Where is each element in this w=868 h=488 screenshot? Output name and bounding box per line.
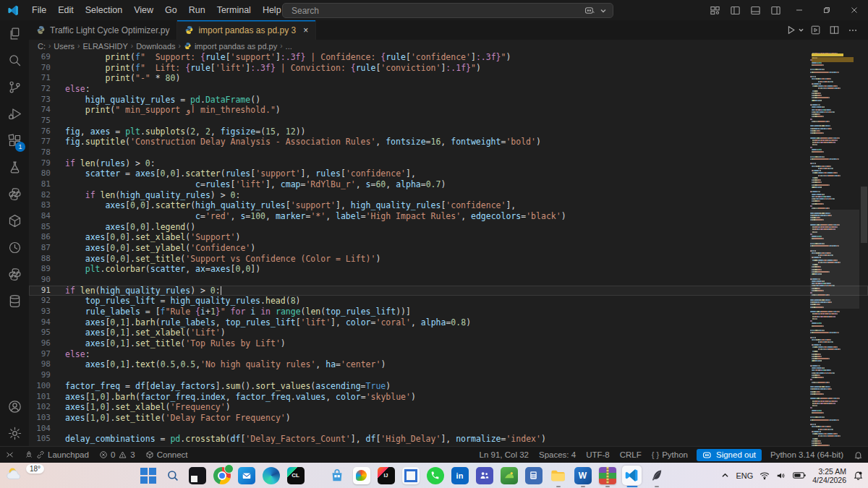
clion-icon[interactable]: CL	[286, 466, 305, 485]
menu-terminal[interactable]: Terminal	[211, 0, 257, 20]
search-icon[interactable]	[0, 47, 29, 74]
settings-gear-icon[interactable]	[0, 420, 29, 447]
toggle-panel-icon[interactable]	[745, 0, 765, 20]
code-line-87[interactable]: 87 axes[0,0].set_ylabel('Confidence')	[29, 243, 868, 254]
python-env-icon[interactable]	[0, 261, 29, 288]
intellij-icon[interactable]: IJ	[376, 466, 396, 485]
copilot-signed-out-badge[interactable]: Signed out	[697, 449, 762, 461]
tray-chevron-up-icon[interactable]	[721, 472, 729, 479]
code-line-82[interactable]: 82 if len(high_quality_rules) > 0:	[29, 190, 868, 201]
whatsapp-icon[interactable]	[425, 466, 445, 485]
remote-indicator[interactable]	[0, 447, 20, 463]
quill-app-icon[interactable]	[647, 466, 666, 485]
breadcrumb-item[interactable]: ...	[286, 42, 292, 51]
winrar-icon[interactable]	[597, 466, 617, 485]
weather-widget[interactable]: 18°	[6, 465, 44, 482]
run-interactive-icon[interactable]	[807, 22, 823, 38]
code-line-95[interactable]: 95 axes[0,1].set_xlabel('Lift')	[29, 328, 868, 338]
code-line-94[interactable]: 94 axes[0,1].barh(rule_labels, top_rules…	[29, 317, 868, 328]
task-view-dark-app-icon[interactable]	[187, 466, 207, 485]
code-line-84[interactable]: 84 c='red', s=100, marker='*', label='Hi…	[29, 211, 868, 222]
run-debug-icon[interactable]	[0, 100, 29, 127]
file-explorer-icon[interactable]	[548, 466, 568, 485]
python-interpreter[interactable]: Python 3.14 (64-bit)	[765, 447, 848, 463]
calculator-icon[interactable]	[524, 466, 543, 485]
code-line-79[interactable]: 79if len(rules) > 0:	[29, 158, 868, 169]
minimize-button[interactable]	[786, 0, 813, 20]
explorer-icon[interactable]	[0, 20, 29, 47]
code-line-72[interactable]: 72else:	[29, 84, 868, 95]
code-line-85[interactable]: 85 axes[0,0].legend()	[29, 222, 868, 233]
code-line-101[interactable]: 101axes[1,0].barh(factor_freq.index, fac…	[29, 392, 868, 403]
tab-traffic-light-optimizer[interactable]: Traffic Light Cycle Optimizer.py	[29, 20, 177, 40]
edge-icon[interactable]	[261, 466, 281, 485]
database-icon[interactable]	[0, 288, 29, 314]
teams-icon[interactable]	[475, 466, 494, 485]
restore-button[interactable]	[813, 0, 841, 20]
more-actions-icon[interactable]	[845, 22, 861, 38]
code-line-78[interactable]: 78	[29, 147, 868, 158]
code-line-83[interactable]: 83 axes[0,0].scatter(high_quality_rules[…	[29, 200, 868, 211]
cursor-position[interactable]: Ln 91, Col 32	[475, 447, 534, 463]
source-control-icon[interactable]	[0, 74, 29, 100]
chevron-down-icon[interactable]	[600, 8, 607, 14]
tab-close-icon[interactable]: ×	[303, 25, 308, 35]
code-line-98[interactable]: 98 axes[0,1].text(0.5,0.5,'No high quali…	[29, 359, 868, 370]
code-line-70[interactable]: 70 print(f" Lift: {rule['lift']:.3f} | C…	[29, 63, 868, 74]
code-line-90[interactable]: 90	[29, 275, 868, 286]
breadcrumb-item[interactable]: Users	[54, 42, 75, 51]
outlook-icon[interactable]	[237, 466, 256, 485]
code-line-104[interactable]: 104	[29, 424, 868, 435]
breadcrumb-item[interactable]: Downloads	[136, 42, 175, 51]
menu-go[interactable]: Go	[159, 0, 183, 20]
indentation-setting[interactable]: Spaces: 4	[534, 447, 581, 463]
customize-layout-icon[interactable]	[705, 0, 725, 20]
problems-indicator[interactable]: 0 3	[94, 447, 140, 463]
code-line-73[interactable]: 73 high_quality_rules = pd.DataFrame()	[29, 95, 868, 106]
code-line-103[interactable]: 103axes[1,0].set_title('Delay Factor Fre…	[29, 413, 868, 424]
battery-icon[interactable]	[793, 471, 806, 479]
split-editor-icon[interactable]	[826, 22, 842, 38]
code-line-88[interactable]: 88 axes[0,0].set_title('Support vs Confi…	[29, 254, 868, 265]
clock-widget[interactable]: 3:25 AM 4/24/2026	[812, 467, 846, 484]
code-editor[interactable]: 69 print(f" Support: {rule['support']:.3…	[29, 52, 868, 447]
copilot-icon[interactable]	[352, 466, 371, 485]
toggle-secondary-sidebar-icon[interactable]	[765, 0, 786, 20]
encoding-setting[interactable]: UTF-8	[581, 447, 615, 463]
menu-selection[interactable]: Selection	[80, 0, 128, 20]
notifications-bell-icon[interactable]	[848, 447, 868, 463]
code-line-69[interactable]: 69 print(f" Support: {rule['support']:.3…	[29, 52, 868, 63]
notification-center-icon[interactable]	[853, 470, 864, 481]
breadcrumb[interactable]: C:›Users›ELRASHIDY›Downloads›import pand…	[29, 40, 868, 52]
code-line-89[interactable]: 89 plt.colorbar(scatter, ax=axes[0,0])	[29, 264, 868, 275]
breadcrumb-item[interactable]: C:	[38, 42, 46, 51]
language-mode[interactable]: { }Python	[647, 447, 693, 463]
extensions-icon[interactable]: 1	[0, 127, 29, 154]
run-python-file-icon[interactable]	[783, 22, 799, 38]
breadcrumb-item[interactable]: ELRASHIDY	[82, 42, 127, 51]
code-line-74[interactable]: 74 print(" min_support أو min_threshold.…	[29, 105, 868, 116]
frame-app-icon[interactable]	[401, 466, 420, 485]
code-line-96[interactable]: 96 axes[0,1].set_title('Top Rules by Lif…	[29, 338, 868, 349]
breadcrumb-item[interactable]: import pandas as pd.py	[195, 42, 277, 51]
volume-icon[interactable]	[776, 471, 786, 480]
launchpad-button[interactable]: Launchpad	[20, 447, 94, 463]
close-button[interactable]	[841, 0, 868, 20]
code-line-86[interactable]: 86 axes[0,0].set_xlabel('Support')	[29, 232, 868, 243]
history-icon[interactable]	[0, 234, 29, 261]
editor-scrollbar[interactable]	[861, 187, 867, 243]
input-language-indicator[interactable]: ENG	[736, 471, 753, 480]
tab-import-pandas[interactable]: import pandas as pd.py 3 ×	[177, 20, 316, 40]
menu-run[interactable]: Run	[183, 0, 211, 20]
search-input[interactable]: Search	[282, 3, 613, 18]
eol-setting[interactable]: CRLF	[615, 447, 647, 463]
code-line-80[interactable]: 80 scatter = axes[0,0].scatter(rules['su…	[29, 168, 868, 179]
wifi-icon[interactable]	[760, 471, 770, 480]
store-icon[interactable]	[327, 466, 346, 485]
python-icon[interactable]	[0, 181, 29, 207]
minimap-visible-region[interactable]	[810, 210, 859, 309]
account-icon[interactable]	[0, 393, 29, 420]
code-line-105[interactable]: 105delay_combinations = pd.crosstab(df['…	[29, 434, 868, 445]
code-line-99[interactable]: 99	[29, 370, 868, 381]
minimap[interactable]	[810, 52, 859, 447]
